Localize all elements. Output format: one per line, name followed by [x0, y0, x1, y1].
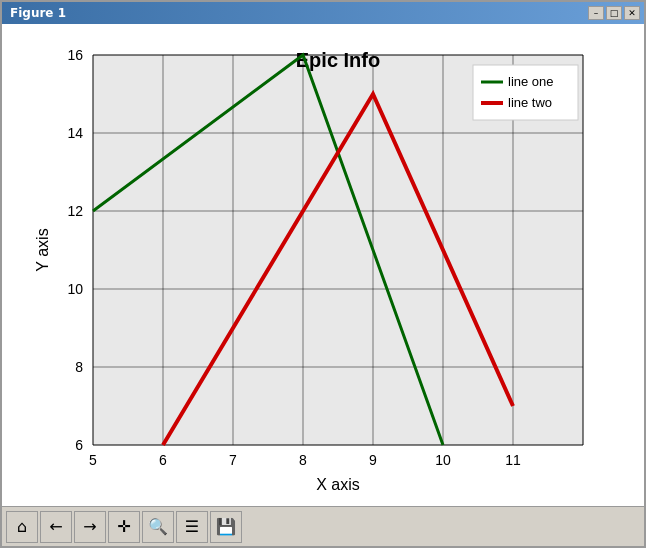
- legend-label-two: line two: [508, 95, 552, 110]
- window-title: Figure 1: [6, 6, 66, 20]
- toolbar: ⌂ ← → ✛ 🔍 ☰ 💾: [2, 506, 644, 546]
- y-tick: 12: [67, 203, 83, 219]
- legend-label-one: line one: [508, 74, 554, 89]
- x-tick: 7: [229, 452, 237, 468]
- close-button[interactable]: ✕: [624, 6, 640, 20]
- y-tick: 6: [75, 437, 83, 453]
- x-tick: 9: [369, 452, 377, 468]
- save-button[interactable]: 💾: [210, 511, 242, 543]
- y-tick: 14: [67, 125, 83, 141]
- minimize-button[interactable]: –: [588, 6, 604, 20]
- settings-button[interactable]: ☰: [176, 511, 208, 543]
- y-tick: 16: [67, 47, 83, 63]
- zoom-button[interactable]: 🔍: [142, 511, 174, 543]
- maximize-button[interactable]: □: [606, 6, 622, 20]
- window: Figure 1 – □ ✕: [0, 0, 646, 548]
- x-tick: 11: [505, 452, 521, 468]
- y-axis-label: Y axis: [34, 228, 51, 271]
- x-tick: 8: [299, 452, 307, 468]
- titlebar: Figure 1 – □ ✕: [2, 2, 644, 24]
- titlebar-buttons: – □ ✕: [588, 6, 640, 20]
- zoom-pan-button[interactable]: ✛: [108, 511, 140, 543]
- back-button[interactable]: ←: [40, 511, 72, 543]
- forward-button[interactable]: →: [74, 511, 106, 543]
- chart: 5 6 7 8 9 10 11 6 8 10 12 14 16 X axis Y…: [33, 35, 613, 495]
- x-tick: 6: [159, 452, 167, 468]
- y-tick: 10: [67, 281, 83, 297]
- chart-area: 5 6 7 8 9 10 11 6 8 10 12 14 16 X axis Y…: [2, 24, 644, 506]
- y-tick: 8: [75, 359, 83, 375]
- x-tick: 5: [89, 452, 97, 468]
- x-tick: 10: [435, 452, 451, 468]
- home-button[interactable]: ⌂: [6, 511, 38, 543]
- x-axis-label: X axis: [316, 476, 360, 493]
